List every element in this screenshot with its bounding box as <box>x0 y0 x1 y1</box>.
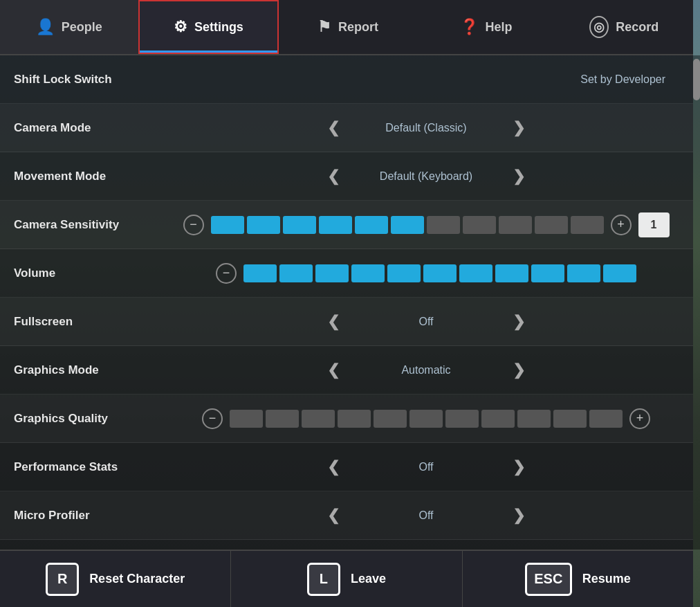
slider-segment-7 <box>481 410 515 428</box>
settings-icon: ⚙ <box>174 18 187 36</box>
slider-container-camera-sensitivity: −+1 <box>173 212 679 237</box>
nav-report[interactable]: ⚑ Report <box>279 0 417 54</box>
slider-minus-camera-sensitivity[interactable]: − <box>183 215 204 235</box>
scrollbar-thumb[interactable] <box>693 59 700 100</box>
slider-segment-4 <box>355 216 388 234</box>
slider-track-camera-sensitivity[interactable] <box>211 216 604 234</box>
setting-row-fullscreen: Fullscreen❮Off❯ <box>0 298 693 346</box>
arrow-right-movement-mode[interactable]: ❯ <box>506 164 532 189</box>
slider-segment-8 <box>517 410 551 428</box>
arrow-right-graphics-mode[interactable]: ❯ <box>506 358 532 383</box>
slider-plus-camera-sensitivity[interactable]: + <box>611 215 632 235</box>
slider-minus-graphics-quality[interactable]: − <box>202 408 223 429</box>
setting-control-camera-mode: ❮Default (Classic)❯ <box>173 116 679 141</box>
slider-segment-4 <box>387 264 421 282</box>
setting-row-shift-lock: Shift Lock SwitchSet by Developer <box>0 55 693 104</box>
slider-plus-graphics-quality[interactable]: + <box>629 408 650 429</box>
slider-segment-2 <box>283 216 316 234</box>
setting-value-fullscreen: Off <box>357 316 495 328</box>
slider-minus-volume[interactable]: − <box>216 263 237 284</box>
nav-help-label: Help <box>486 20 513 35</box>
arrow-left-graphics-mode[interactable]: ❮ <box>320 358 347 383</box>
setting-control-movement-mode: ❮Default (Keyboard)❯ <box>173 164 679 189</box>
slider-container-graphics-quality: −+ <box>173 408 679 429</box>
setting-row-graphics-quality: Graphics Quality−+ <box>0 395 693 443</box>
nav-record[interactable]: ◎ Record <box>555 0 693 54</box>
setting-control-graphics-mode: ❮Automatic❯ <box>173 358 679 383</box>
setting-value-shift-lock: Set by Developer <box>173 73 679 86</box>
setting-value-camera-mode: Default (Classic) <box>357 122 495 134</box>
scrollbar-track <box>693 55 700 550</box>
setting-label-volume: Volume <box>14 266 173 280</box>
reset-character-button[interactable]: R Reset Character <box>0 551 231 607</box>
slider-segment-1 <box>247 216 280 234</box>
resume-button[interactable]: ESC Resume <box>463 551 693 607</box>
slider-segment-8 <box>499 216 532 234</box>
slider-track-volume[interactable] <box>243 264 636 282</box>
nav-settings[interactable]: ⚙ Settings <box>138 0 279 54</box>
nav-record-label: Record <box>616 20 658 35</box>
leave-key-badge: L <box>307 563 340 596</box>
nav-settings-label: Settings <box>194 20 243 35</box>
slider-segment-3 <box>319 216 352 234</box>
setting-row-micro-profiler: Micro Profiler❮Off❯ <box>0 491 693 540</box>
arrow-left-fullscreen[interactable]: ❮ <box>320 309 347 334</box>
setting-value-graphics-mode: Automatic <box>357 364 495 377</box>
arrow-left-micro-profiler[interactable]: ❮ <box>320 503 347 528</box>
slider-container-volume: − <box>173 263 679 284</box>
setting-row-graphics-mode: Graphics Mode❮Automatic❯ <box>0 346 693 395</box>
leave-button[interactable]: L Leave <box>231 551 462 607</box>
setting-label-camera-mode: Camera Mode <box>14 121 173 135</box>
slider-segment-10 <box>571 216 604 234</box>
setting-value-movement-mode: Default (Keyboard) <box>357 170 495 183</box>
slider-segment-0 <box>211 216 244 234</box>
slider-segment-3 <box>338 410 371 428</box>
setting-row-camera-inverted: Camera Inverted❮Off❯ <box>0 540 693 550</box>
nav-bar: 👤 People ⚙ Settings ⚑ Report ❓ Help ◎ Re… <box>0 0 693 55</box>
settings-panel: Shift Lock SwitchSet by DeveloperCamera … <box>0 55 693 550</box>
slider-segment-9 <box>535 216 568 234</box>
setting-row-camera-sensitivity: Camera Sensitivity−+1 <box>0 201 693 249</box>
slider-segment-4 <box>374 410 407 428</box>
arrow-right-fullscreen[interactable]: ❯ <box>506 309 532 334</box>
slider-segment-1 <box>266 410 299 428</box>
slider-segment-6 <box>427 216 460 234</box>
setting-label-fullscreen: Fullscreen <box>14 315 173 329</box>
leave-label: Leave <box>351 572 386 586</box>
ui-overlay: 👤 People ⚙ Settings ⚑ Report ❓ Help ◎ Re… <box>0 0 693 607</box>
reset-key-badge: R <box>46 563 79 596</box>
slider-track-graphics-quality[interactable] <box>230 410 623 428</box>
setting-row-performance-stats: Performance Stats❮Off❯ <box>0 443 693 491</box>
slider-segment-9 <box>567 264 600 282</box>
help-icon: ❓ <box>460 18 479 36</box>
report-icon: ⚑ <box>317 18 331 36</box>
nav-people[interactable]: 👤 People <box>0 0 138 54</box>
arrow-right-camera-mode[interactable]: ❯ <box>506 116 532 141</box>
setting-label-performance-stats: Performance Stats <box>14 460 173 474</box>
setting-control-volume: − <box>173 263 679 284</box>
setting-control-micro-profiler: ❮Off❯ <box>173 503 679 528</box>
setting-control-camera-sensitivity: −+1 <box>173 212 679 237</box>
nav-people-label: People <box>62 20 102 35</box>
arrow-right-performance-stats[interactable]: ❯ <box>506 455 532 480</box>
slider-segment-2 <box>315 264 349 282</box>
arrow-left-performance-stats[interactable]: ❮ <box>320 455 347 480</box>
slider-segment-5 <box>409 410 443 428</box>
setting-control-performance-stats: ❮Off❯ <box>173 455 679 480</box>
setting-label-movement-mode: Movement Mode <box>14 170 173 183</box>
setting-label-shift-lock: Shift Lock Switch <box>14 73 173 87</box>
nav-help[interactable]: ❓ Help <box>417 0 555 54</box>
slider-segment-10 <box>589 410 623 428</box>
arrow-left-movement-mode[interactable]: ❮ <box>320 164 347 189</box>
setting-control-graphics-quality: −+ <box>173 408 679 429</box>
setting-row-camera-mode: Camera Mode❮Default (Classic)❯ <box>0 104 693 152</box>
arrow-left-camera-mode[interactable]: ❮ <box>320 116 347 141</box>
bottom-bar: R Reset Character L Leave ESC Resume <box>0 550 693 607</box>
slider-value-box-camera-sensitivity: 1 <box>638 212 670 237</box>
arrow-right-micro-profiler[interactable]: ❯ <box>506 503 532 528</box>
slider-segment-5 <box>423 264 457 282</box>
setting-row-movement-mode: Movement Mode❮Default (Keyboard)❯ <box>0 152 693 201</box>
slider-segment-9 <box>553 410 587 428</box>
setting-label-graphics-mode: Graphics Mode <box>14 363 173 377</box>
slider-segment-0 <box>243 264 277 282</box>
